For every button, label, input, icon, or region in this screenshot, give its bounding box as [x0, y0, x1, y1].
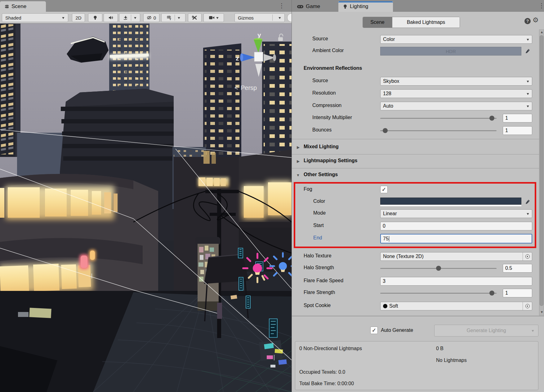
halo-texture-field[interactable]: None (Texture 2D) — [380, 252, 532, 261]
expanded-triangle-icon[interactable]: ▼ — [296, 173, 300, 177]
slider-knob[interactable] — [383, 128, 388, 133]
ambient-color-swatch[interactable]: HDR — [380, 47, 521, 56]
axis-z-label[interactable]: z — [236, 55, 239, 62]
scroll-down-icon[interactable]: ▼ — [540, 310, 544, 314]
fog-color-label: Color — [313, 198, 325, 204]
stat-lightmaps-count: 0 Non-Directional Lightmaps — [299, 346, 362, 351]
speaker-icon — [108, 15, 114, 20]
fog-end-field[interactable]: 75 — [380, 234, 532, 243]
persp-toggle[interactable]: < Persp — [234, 84, 257, 91]
fog-color-swatch[interactable] — [380, 198, 521, 206]
settings-gear-icon[interactable]: ⚙ — [533, 16, 539, 24]
gizmos-dropdown[interactable]: Gizmos ▼ — [234, 13, 285, 22]
subtab-baked-lightmaps[interactable]: Baked Lightmaps — [392, 17, 460, 28]
scene-viewport[interactable]: y z < Persp — [0, 24, 292, 392]
shading-mode-dropdown[interactable]: Shaded ▼ — [2, 13, 68, 22]
scene-audio-toggle-button[interactable] — [104, 13, 118, 22]
compression-value: Auto — [383, 103, 393, 109]
other-settings-section[interactable]: Other Settings — [304, 172, 338, 177]
halo-strength-field[interactable]: 0.5 — [503, 264, 532, 273]
grid-axis-icon: Y — [167, 15, 172, 20]
spot-cookie-label: Spot Cookie — [304, 303, 331, 308]
help-icon[interactable]: ? — [524, 18, 531, 24]
tab-scene[interactable]: Scene — [0, 1, 46, 12]
scene-camera-split-button[interactable]: ▼ — [203, 13, 224, 22]
fog-end-value: 75 — [383, 236, 389, 242]
fog-mode-dropdown[interactable]: Linear ▼ — [380, 209, 532, 218]
halo-texture-label: Halo Texture — [304, 253, 332, 259]
collapsed-triangle-icon[interactable]: ▶ — [297, 145, 300, 149]
eyedropper-icon[interactable] — [523, 47, 531, 55]
axis-y-label[interactable]: y — [257, 31, 261, 38]
flare-strength-slider[interactable] — [380, 289, 497, 297]
slider-knob[interactable] — [489, 291, 494, 296]
subtab-scene[interactable]: Scene — [363, 17, 392, 28]
intensity-multiplier-slider[interactable] — [380, 114, 497, 122]
2d-toggle-button[interactable]: 2D — [72, 13, 85, 22]
env-source-label: Source — [312, 36, 328, 42]
generate-lighting-button[interactable]: Generate Lighting ▼ — [434, 325, 538, 336]
chevron-down-icon: ▼ — [526, 92, 530, 96]
fog-color-value — [380, 198, 521, 205]
scene-search-input[interactable] — [287, 13, 292, 22]
scrollbar-thumb[interactable] — [540, 35, 543, 306]
eyedropper-icon[interactable] — [523, 198, 531, 206]
lightmapping-settings-section[interactable]: Lightmapping Settings — [304, 158, 357, 163]
halo-texture-value: None (Texture 2D) — [383, 254, 424, 259]
lighting-scrollbar[interactable] — [539, 29, 544, 315]
slider-track[interactable] — [380, 130, 497, 131]
fog-end-label: End — [313, 235, 322, 241]
flare-strength-field[interactable]: 1 — [503, 289, 532, 297]
chevron-down-icon: ▼ — [215, 16, 219, 20]
chevron-down-icon: ▼ — [278, 16, 282, 20]
lighting-kebab-menu-icon[interactable]: ⋮ — [538, 2, 544, 9]
resolution-value: 128 — [383, 91, 391, 96]
scene-lighting-toggle-button[interactable] — [88, 13, 102, 22]
scene-effects-split-button[interactable]: ▼ — [119, 13, 140, 22]
slider-track[interactable] — [380, 293, 497, 294]
scene-toolbar: Shaded ▼ 2D ▼ — [0, 12, 292, 24]
grid-visibility-split-button[interactable]: Y ▼ — [161, 13, 185, 22]
slider-knob[interactable] — [489, 116, 494, 121]
scene-kebab-menu-icon[interactable]: ⋮ — [279, 2, 285, 9]
hidden-count: 0 — [154, 15, 156, 20]
halo-strength-slider[interactable] — [380, 264, 497, 273]
gizmo-center-cube[interactable] — [254, 52, 263, 61]
resolution-dropdown[interactable]: 128 ▼ — [380, 89, 532, 98]
lightbulb-icon — [93, 15, 98, 20]
chevron-down-icon: ▼ — [177, 16, 181, 20]
chevron-down-icon: ▼ — [526, 212, 530, 216]
environment-reflections-header: Environment Reflections — [304, 65, 362, 71]
fog-start-label: Start — [313, 223, 324, 228]
refl-source-dropdown[interactable]: Skybox ▼ — [380, 77, 532, 86]
flare-fade-speed-field[interactable]: 3 — [380, 277, 532, 286]
bounces-slider[interactable] — [380, 126, 497, 135]
object-picker-icon[interactable] — [523, 302, 532, 310]
env-source-dropdown[interactable]: Color ▼ — [380, 35, 532, 44]
object-picker-icon[interactable] — [523, 252, 532, 261]
scene-tools-button[interactable] — [188, 13, 202, 22]
spot-cookie-field[interactable]: Soft — [380, 302, 532, 310]
auto-generate-label: Auto Generate — [381, 327, 413, 333]
bounces-field[interactable]: 1 — [503, 126, 532, 135]
compression-dropdown[interactable]: Auto ▼ — [380, 102, 532, 110]
scene-visibility-button[interactable]: 0 — [143, 13, 159, 22]
fog-start-field[interactable]: 0 — [380, 222, 532, 230]
mixed-lighting-section[interactable]: Mixed Lighting — [304, 144, 339, 149]
slider-track[interactable] — [380, 118, 497, 119]
chevron-down-icon: ▼ — [526, 38, 530, 41]
lighting-panel: Game Lighting ⋮ Scene Baked Lightmaps ? … — [292, 0, 544, 392]
spot-cookie-value: Soft — [389, 303, 398, 309]
subtab-scene-label: Scene — [370, 20, 384, 25]
slider-knob[interactable] — [436, 266, 441, 271]
lightmap-stats-box: 0 Non-Directional Lightmaps 0 B No Light… — [295, 341, 538, 390]
scroll-up-icon[interactable]: ▲ — [540, 30, 544, 34]
gamepad-icon — [297, 4, 304, 9]
tab-game[interactable]: Game — [292, 1, 338, 12]
intensity-multiplier-field[interactable]: 1 — [503, 114, 532, 122]
collapsed-triangle-icon[interactable]: ▶ — [297, 159, 300, 163]
tab-lighting[interactable]: Lighting — [338, 1, 393, 12]
auto-generate-checkbox[interactable]: ✓ — [370, 327, 378, 334]
fog-checkbox[interactable]: ✓ — [380, 186, 388, 193]
check-icon: ✓ — [381, 186, 386, 193]
